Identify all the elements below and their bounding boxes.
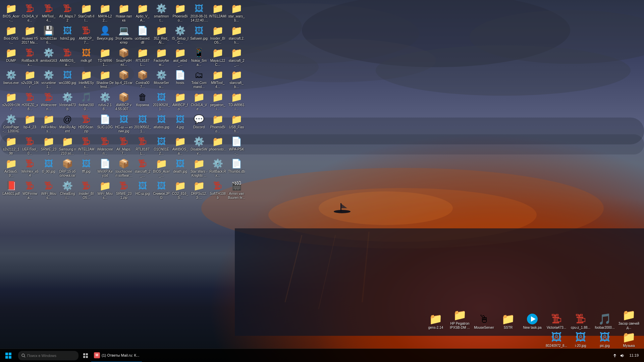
icon-touchscreen-sw[interactable]: 📦 touchscreen software.rar [114, 157, 133, 179]
pinned-icon-80240972[interactable]: 🖼 80240972_8... [545, 330, 568, 348]
icon-total-command[interactable]: 🗂 Total Command... [190, 68, 208, 90]
icon-smartmont[interactable]: ⚙️ smartmont... [152, 2, 171, 24]
icon-352-red[interactable]: 📁 352_Red_Al... [152, 24, 171, 46]
icon-samsung-n210[interactable]: 📁 Samsung n210 so... [58, 135, 77, 157]
icon-s2v209-19tr2[interactable]: 📁 s2v209+19tr [2, 90, 20, 112]
icon-starcraft-ill[interactable]: 📁 StarCraft-Ill... [77, 2, 96, 24]
icon-softh108b[interactable]: 🗜 SoftTH108b [208, 179, 227, 201]
icon-co2-816[interactable]: 📁 CO2_816_S... [171, 179, 190, 201]
icon-td-w8961[interactable]: 📁 TD-W8961... [96, 46, 114, 68]
icon-bios-acer2[interactable]: 📁 BIOS_Acer_... [152, 157, 171, 179]
icon-td-w8961b[interactable]: 📁 TD-W8961i... [227, 90, 246, 112]
icon-wifi-mous3[interactable]: 📁 WiFi_Mous... [96, 179, 114, 201]
icon-amitool163[interactable]: ⚙️ amitool163 [39, 46, 58, 64]
icon-intel2ami[interactable]: 📁 INTEL2AMI [208, 2, 227, 20]
icon-amibcp-fo[interactable]: 📁 AMIBCP_fo... [171, 90, 190, 112]
icon-2018-photo[interactable]: 🖼 2018-08-31 14:22:40.jpg [190, 2, 208, 24]
icon-intelme-sys[interactable]: 📁 IntelMESys... [77, 68, 96, 90]
pinned-icon-gens[interactable]: 📁 gens-2.14 [424, 312, 447, 330]
icon-rollback[interactable]: 🗜 RollBack.Rx... [20, 46, 39, 68]
icon-mailru[interactable]: @ Mail.Ru Agent [58, 112, 77, 135]
icon-intel2ami2[interactable]: 🗜 INTEL2AMI... [77, 135, 96, 157]
icon-drp15[interactable]: 📦 DRP 15 оболочка.rar [58, 157, 77, 179]
icon-amibcp7[interactable]: 🗜 AMIBCP_7... [77, 24, 96, 46]
icon-20190502[interactable]: 🖼 20190502_1... [133, 112, 152, 135]
icon-bp4-23-rar[interactable]: 📦 bp-4_23.rar [114, 68, 133, 86]
icon-wx1080[interactable]: 🖼 wx1080.jpg [58, 68, 77, 86]
icon-this-pc[interactable]: 💻 Этот компьютер [114, 24, 133, 46]
icon-star-wars-knights[interactable]: 📁 Star Wars - Knights ... [190, 157, 208, 179]
taskbar-active-app[interactable]: М (1) Ответы Mail.ru: К... [91, 349, 142, 362]
pinned-icon-zasor[interactable]: 📁 Засор свечей д... [617, 308, 641, 330]
pinned-icon-victoria473[interactable]: 🗜 Victoria473... [545, 312, 568, 330]
icon-safuwin[interactable]: 🖼 Safuwin.jpg [190, 24, 208, 42]
tray-network-icon[interactable] [612, 353, 618, 359]
icon-widescreen2[interactable]: 🗜 Widescreen... [96, 135, 114, 157]
icon-insider-bios2[interactable]: 🗜 Insider_BIO5... [77, 179, 96, 201]
icon-rollback-rx2[interactable]: ⚙️ RollBack.Rx... [208, 157, 227, 179]
icon-bwrus[interactable]: ⚙️ bwrus.exe [2, 68, 20, 86]
pinned-icon-new-task[interactable]: New task.pa [521, 312, 544, 330]
icon-korzina[interactable]: 🗑 Корзина [133, 90, 152, 108]
icon-starcraft2h[interactable]: 📁 starcraft.2.h... [227, 24, 246, 46]
icon-tcmd922[interactable]: 💾 tcmd922ax6... [39, 24, 58, 46]
icon-is-setup[interactable]: ⚙️ IS_Setup_IC... [171, 24, 190, 46]
icon-disablesw[interactable]: ⚙️ DisableSWv... [190, 135, 208, 157]
start-button[interactable] [0, 349, 17, 362]
icon-uefitool[interactable]: 🗜 UEFITool_0... [20, 135, 39, 157]
icon-discord[interactable]: 💬 Discord [190, 112, 208, 131]
icon-star-wars-b[interactable]: 📁 star_wars_b... [227, 2, 246, 24]
icon-phoenixbio2[interactable]: 📁 PhoenixBio... [208, 112, 227, 135]
pinned-icon-hp-pegatron[interactable]: 📁 HP Pegatron IPXSB-DM ... [448, 308, 472, 330]
search-input[interactable] [27, 354, 74, 358]
icon-aptio-v[interactable]: 📁 Aptio_V_A... [133, 2, 152, 24]
icon-h20eze[interactable]: 🗜 H20EZE_x8... [20, 90, 39, 112]
icon-factorynew[interactable]: 📁 FactoryNew... [152, 46, 171, 68]
icon-hc-sh-kopiya[interactable]: 🖼 НС-ш — копия.jpg [114, 112, 133, 135]
icon-pegatron[interactable]: 📁 pegatron_i... [208, 90, 227, 112]
icon-colorpage[interactable]: ⚙️ ColorPage-... 1200XE [2, 112, 20, 135]
icon-winxp-key[interactable]: 📄 WinXP Key.txt [96, 157, 114, 179]
icon-winhex-x64[interactable]: 🗜 WinHex_x64 [20, 157, 39, 179]
pinned-icon-muzyka[interactable]: 📁 Музыка [617, 330, 641, 348]
icon-hc-sh-jpg[interactable]: 🖼 НС-ш.jpg [133, 179, 152, 197]
icon-wifi-mous[interactable]: 📁 WiFi+Mous... [39, 112, 58, 135]
icon-s2v209-19tr[interactable]: 📁 s2v209_19tr [20, 68, 39, 90]
icon-amibios-a2[interactable]: 📁 AMIBIOS_a... [171, 135, 190, 157]
icon-starcraft-b[interactable]: 📁 starcraft_b... [227, 68, 246, 90]
icon-widescreen[interactable]: 🗜 Widescreen... [39, 90, 58, 112]
icon-all-maps7[interactable]: 🗜 All_Maps.7... [114, 135, 133, 157]
icon-hddscan[interactable]: 🗜 HDDScan.zip [77, 112, 96, 135]
icon-snazfydhez[interactable]: 📦 SnazFydHez... [114, 46, 133, 68]
icon-huawei-y5[interactable]: 📁 Huawei Y5 2017 Maya-... [20, 24, 39, 46]
icon-death-jpg[interactable]: 🖼 death.jpg [171, 157, 190, 175]
pinned-icon-sstr[interactable]: 📁 SSTR [496, 312, 520, 330]
icon-wdfirmwa[interactable]: 🗜 WDFirmwa... [20, 179, 39, 201]
icon-mdk-gif[interactable]: 🖼 mdk.gif [77, 46, 96, 64]
icon-srwe-231[interactable]: 📁 SRWE_231 [39, 135, 58, 157]
icon-bp4-23[interactable]: 📁 bp-4_23 [20, 112, 39, 131]
icon-all-maps72[interactable]: 🗜 All_Maps.72 [58, 2, 77, 24]
icon-rufus[interactable]: ⚙️ rufus-2.18... [96, 90, 114, 112]
icon-phoenixbio[interactable]: 📁 PhoenixBio... [171, 2, 190, 24]
taskbar-search[interactable] [18, 351, 78, 360]
icon-vikuesxa[interactable]: 👤 Викуся.jpg [96, 24, 114, 42]
icon-s2v2112[interactable]: 📁 s2v2112_19tr [2, 135, 20, 157]
icon-cheatengine[interactable]: ⚙️ CheatEngi... [58, 179, 77, 201]
icon-drpsu12[interactable]: 📁 DRPSu12.3-... [190, 179, 208, 201]
icon-la4601-pdf[interactable]: 📕 LA4601.pdf [2, 179, 20, 197]
pinned-icon-foobar2000b[interactable]: 🎵 foobar2000... [593, 312, 616, 330]
icon-mouseserv[interactable]: ⚙️ MouseServ... [152, 68, 171, 90]
pinned-icon-mouseserver[interactable]: 🖱 MouseServer [472, 312, 496, 330]
icon-afudos[interactable]: 🖼 afudos.jpg [152, 112, 171, 131]
icon-snimok-jpg[interactable]: 🖼 Снимок.JPG [152, 179, 171, 201]
icon-maya-l22[interactable]: 📁 MAYA-L22... [96, 2, 114, 24]
icon-vcruntime1[interactable]: ⚙️ vcruntime1... [39, 68, 58, 90]
icon-insider-bios[interactable]: 📁 Insider_BIO5... [208, 24, 227, 46]
icon-phoenixto[interactable]: 📁 phoenixto... [208, 135, 227, 153]
icon-4-jpg[interactable]: 🖼 4.jpg [171, 112, 190, 131]
tray-volume-icon[interactable] [619, 353, 625, 359]
icon-mmtool4b[interactable]: 📁 MMTool_4... [208, 68, 227, 90]
icon-mmtool4[interactable]: 🗜 MMTool_4... [39, 2, 58, 24]
icon-contra007[interactable]: 📦 Contra007... [133, 68, 152, 90]
